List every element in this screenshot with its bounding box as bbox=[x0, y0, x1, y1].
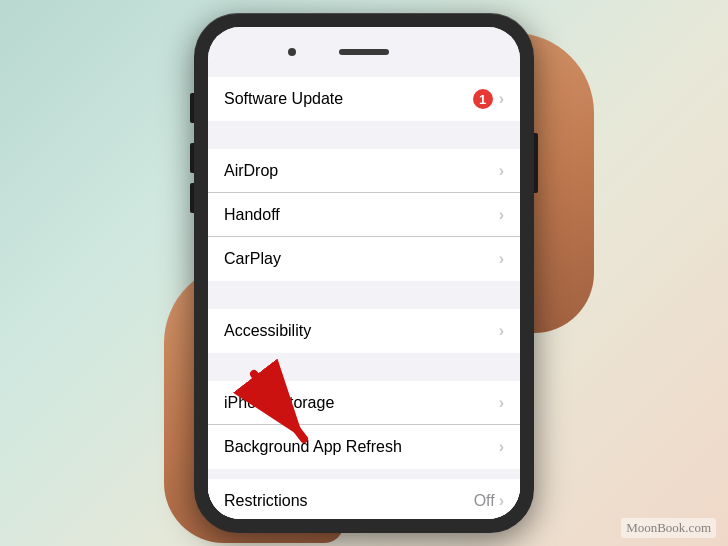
row-airdrop[interactable]: AirDrop › bbox=[208, 149, 520, 193]
section-general2: Accessibility › bbox=[208, 309, 520, 353]
row-background-app-refresh[interactable]: Background App Refresh › bbox=[208, 425, 520, 469]
chevron-iphone-storage: › bbox=[499, 394, 504, 412]
row-iphone-storage[interactable]: iPhone Storage › bbox=[208, 381, 520, 425]
gap-2 bbox=[208, 281, 520, 309]
chevron-accessibility: › bbox=[499, 322, 504, 340]
gap-3 bbox=[208, 353, 520, 381]
chevron-carplay: › bbox=[499, 250, 504, 268]
chevron-software-update: › bbox=[499, 90, 504, 108]
gap-1 bbox=[208, 121, 520, 149]
section-software: Software Update 1 › bbox=[208, 77, 520, 121]
row-accessibility[interactable]: Accessibility › bbox=[208, 309, 520, 353]
chevron-restrictions: › bbox=[499, 492, 504, 510]
gap-4 bbox=[208, 469, 520, 479]
phone-camera-icon bbox=[288, 48, 296, 56]
section-general4: Restrictions Off › bbox=[208, 479, 520, 519]
phone-body: Software Update 1 › AirDrop › Handoff › bbox=[194, 13, 534, 533]
settings-list: Software Update 1 › AirDrop › Handoff › bbox=[208, 77, 520, 519]
phone-frame: Software Update 1 › AirDrop › Handoff › bbox=[194, 13, 534, 533]
row-restrictions[interactable]: Restrictions Off › bbox=[208, 479, 520, 519]
phone-top-bar bbox=[208, 27, 520, 77]
row-carplay[interactable]: CarPlay › bbox=[208, 237, 520, 281]
restrictions-value: Off bbox=[474, 492, 495, 510]
software-update-badge: 1 bbox=[473, 89, 493, 109]
row-software-update[interactable]: Software Update 1 › bbox=[208, 77, 520, 121]
chevron-handoff: › bbox=[499, 206, 504, 224]
chevron-airdrop: › bbox=[499, 162, 504, 180]
chevron-background-app-refresh: › bbox=[499, 438, 504, 456]
phone-screen: Software Update 1 › AirDrop › Handoff › bbox=[208, 27, 520, 519]
section-general3: iPhone Storage › Background App Refresh … bbox=[208, 381, 520, 469]
phone-speaker-icon bbox=[339, 49, 389, 55]
watermark: MoonBook.com bbox=[621, 518, 716, 538]
section-general1: AirDrop › Handoff › CarPlay › bbox=[208, 149, 520, 281]
row-handoff[interactable]: Handoff › bbox=[208, 193, 520, 237]
